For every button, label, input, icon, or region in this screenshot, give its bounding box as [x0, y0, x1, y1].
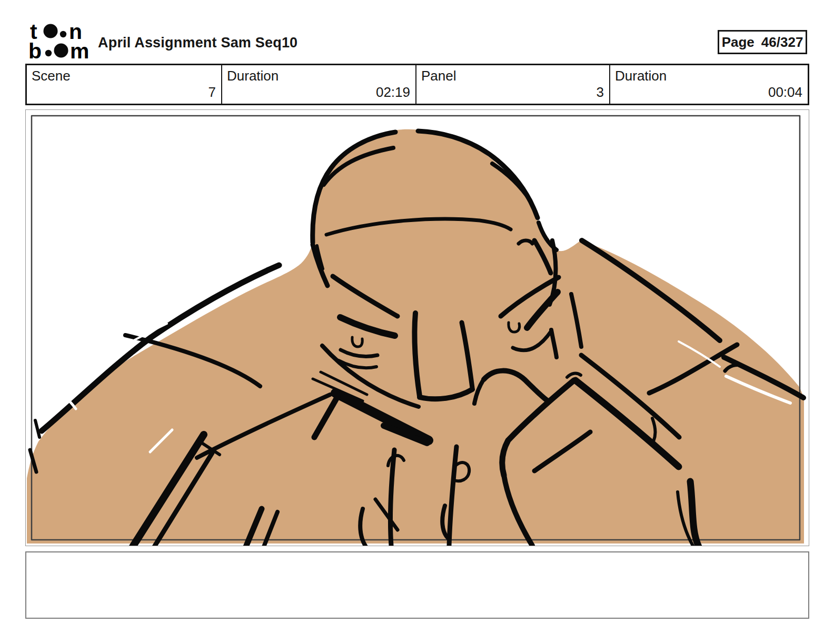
scene-label: Scene — [32, 68, 71, 84]
logo-letter-m: m — [70, 39, 89, 60]
panel-duration-label: Duration — [615, 68, 667, 84]
logo-big-dot-top — [44, 24, 58, 38]
panel-label: Panel — [421, 68, 456, 84]
logo-small-dot-bottom — [45, 50, 52, 56]
logo-letter-b: b — [28, 39, 42, 60]
page-number-box: Page 46/327 — [718, 30, 807, 54]
logo-big-dot-bottom — [54, 44, 68, 58]
panel-duration-cell: Duration 00:04 — [609, 65, 808, 104]
page-value: 46/327 — [761, 34, 803, 51]
logo-small-dot-top — [60, 31, 66, 37]
panel-duration-value: 00:04 — [768, 84, 802, 100]
toonboom-logo-icon: t n b m — [28, 20, 96, 60]
scene-duration-value: 02:19 — [376, 84, 410, 100]
character-figure — [27, 116, 804, 546]
info-table: Scene 7 Duration 02:19 Panel 3 Duration … — [25, 64, 809, 105]
left-border-stroke-1 — [35, 420, 39, 437]
storyboard-panel — [25, 109, 809, 546]
project-title: April Assignment Sam Seq10 — [98, 35, 297, 51]
scene-duration-label: Duration — [227, 68, 279, 84]
scene-duration-cell: Duration 02:19 — [221, 65, 415, 104]
panel-cell: Panel 3 — [415, 65, 609, 104]
page-label: Page — [722, 34, 754, 51]
scene-cell: Scene 7 — [27, 65, 221, 104]
scene-value: 7 — [208, 84, 216, 100]
caption-box — [25, 551, 809, 619]
storyboard-page: { "header": { "logo": { "icon": "toonboo… — [0, 0, 834, 644]
panel-value: 3 — [597, 84, 604, 100]
panel-drawing — [26, 110, 809, 546]
